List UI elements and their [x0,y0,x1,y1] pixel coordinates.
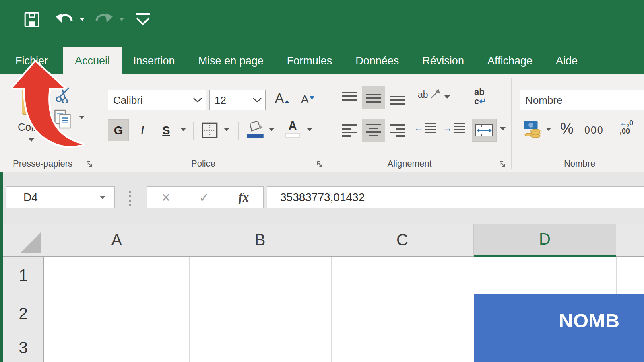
bold-label: G [114,124,123,137]
font-name-value: Calibri [108,94,193,107]
formula-value: 35383773,01432 [267,191,365,204]
undo-icon[interactable] [55,10,75,29]
decimal-line2: ,00 [620,127,630,135]
align-middle-button[interactable] [362,86,385,109]
chevron-down-icon [193,97,202,103]
tab-formules[interactable]: Formules [275,47,344,74]
clipboard-dialog-launcher-icon[interactable] [86,161,93,168]
row-header-3[interactable]: 3 [3,333,44,362]
name-box[interactable]: D4 [6,186,115,208]
font-group-label: Police [153,158,254,169]
decimal-line1: ,0 [627,119,633,127]
divider [613,122,613,140]
wrap-return-icon: ↵ [479,96,486,106]
name-box-dropdown-icon[interactable] [100,196,105,199]
blue-cell-text: NOMB [559,309,620,332]
window-left-edge [0,172,3,362]
orientation-button[interactable]: ab [418,89,440,100]
borders-button[interactable] [201,122,218,139]
alignment-group-label: Alignement [362,158,457,169]
align-bottom-button[interactable] [387,88,408,108]
orientation-dropdown-icon[interactable] [444,95,450,99]
font-dialog-launcher-icon[interactable] [316,161,323,168]
group-divider [511,78,512,169]
left-arrow-icon: ← [620,119,627,127]
comma-style-button[interactable]: 000 [584,124,604,136]
merge-center-icon [475,124,493,137]
underline-button[interactable]: S [156,119,176,141]
merge-center-dropdown-icon[interactable] [500,127,506,130]
cancel-button[interactable]: × [162,189,170,206]
percent-style-button[interactable]: % [560,120,574,137]
align-center-button[interactable] [362,119,385,142]
decrease-indent-button[interactable]: ← [414,123,436,133]
number-format-combo[interactable]: Nombre [520,90,644,110]
number-format-value: Nombre [520,94,644,107]
fill-color-dropdown-icon[interactable] [269,128,275,131]
formula-bar-resize-handle[interactable] [129,191,131,206]
divider [238,122,239,140]
column-header-d[interactable]: D [474,224,616,257]
row-header-1[interactable]: 1 [3,257,44,294]
align-right-button[interactable] [387,119,408,141]
select-all-button[interactable] [3,224,44,257]
font-name-combo[interactable]: Calibri [108,90,206,110]
chevron-down-icon [252,97,262,103]
select-all-triangle-icon [20,232,41,253]
customize-quick-access-icon[interactable] [134,12,152,29]
align-left-button[interactable] [339,119,360,141]
decrease-font-size-button[interactable]: A [301,93,314,106]
enter-button[interactable]: ✓ [199,190,210,205]
divider [468,89,468,160]
increase-indent-button[interactable]: → [443,123,465,133]
group-divider [328,78,328,169]
group-divider [98,78,98,169]
italic-label: I [140,123,144,138]
align-top-button[interactable] [339,88,360,108]
ribbon-tabs: Fichier Accueil Insertion Mise en page F… [0,47,644,74]
fill-color-button[interactable] [246,119,265,140]
font-color-dropdown-icon[interactable] [307,128,312,131]
divider [193,122,194,140]
borders-dropdown-icon[interactable] [224,128,229,131]
tab-revision[interactable]: Révision [411,47,476,74]
increase-decimal-button[interactable]: ←,0 ,00 [620,119,633,136]
row-header-2[interactable]: 2 [3,294,44,333]
clipboard-group-label: Presse-papiers [0,158,85,169]
redo-dropdown-icon [119,18,124,21]
tab-aide[interactable]: Aide [544,47,589,74]
insert-function-button[interactable]: fx [238,190,249,205]
tab-affichage[interactable]: Affichage [476,47,544,74]
tab-donnees[interactable]: Données [344,47,411,74]
currency-dropdown-icon[interactable] [546,128,551,131]
column-header-a[interactable]: A [44,224,189,257]
increase-font-size-button[interactable]: A [275,90,289,106]
number-group-label: Nombre [535,158,624,169]
bold-button[interactable]: G [108,119,129,141]
currency-format-button[interactable] [523,119,542,138]
orientation-label: ab [418,89,428,100]
column-header-c[interactable]: C [331,224,474,257]
font-size-combo[interactable]: 12 [209,90,266,110]
spreadsheet-grid: A B C D 1 2 3 NOMB [0,219,644,362]
italic-button[interactable]: I [134,119,151,141]
font-color-button[interactable]: A [284,119,301,138]
redo-icon [93,10,114,29]
alignment-dialog-launcher-icon[interactable] [499,161,506,168]
font-size-value: 12 [210,94,252,107]
tab-mise-en-page[interactable]: Mise en page [187,47,275,74]
formula-input[interactable]: 35383773,01432 [267,186,644,208]
underline-dropdown-icon[interactable] [180,128,186,131]
tab-insertion[interactable]: Insertion [122,47,187,74]
merge-center-button[interactable] [472,119,497,142]
undo-dropdown-icon[interactable] [80,18,85,21]
merged-blue-cell[interactable]: NOMB [474,294,644,362]
font-color-swatch [285,133,300,138]
column-header-e[interactable] [616,224,644,257]
ribbon: Coller Presse-papiers Calibri [0,74,644,172]
column-header-b[interactable]: B [189,224,331,257]
formula-buttons: × ✓ fx [147,186,264,208]
save-icon[interactable] [23,11,40,28]
cell-area[interactable]: NOMB [44,257,644,362]
wrap-text-button[interactable]: ab c↵ [474,87,487,106]
